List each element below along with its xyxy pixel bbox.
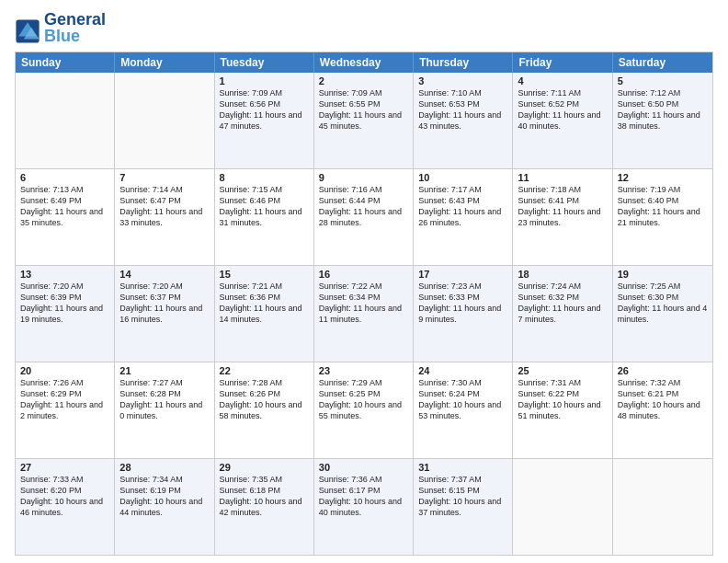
day-number: 6 [20, 172, 109, 183]
cell-content: Sunrise: 7:18 AM Sunset: 6:41 PM Dayligh… [518, 185, 600, 227]
cell-content: Sunrise: 7:24 AM Sunset: 6:32 PM Dayligh… [518, 282, 600, 324]
cell-content: Sunrise: 7:27 AM Sunset: 6:28 PM Dayligh… [119, 378, 202, 420]
day-number: 16 [319, 269, 408, 280]
cell-content: Sunrise: 7:31 AM Sunset: 6:22 PM Dayligh… [518, 378, 600, 420]
cell-content: Sunrise: 7:34 AM Sunset: 6:19 PM Dayligh… [119, 475, 202, 517]
cell-content: Sunrise: 7:22 AM Sunset: 6:34 PM Dayligh… [319, 282, 402, 324]
logo-icon [15, 18, 40, 44]
calendar-row: 6Sunrise: 7:13 AM Sunset: 6:49 PM Daylig… [16, 169, 712, 266]
day-number: 12 [618, 172, 708, 183]
calendar-cell: 18Sunrise: 7:24 AM Sunset: 6:32 PM Dayli… [513, 266, 612, 362]
calendar-cell: 29Sunrise: 7:35 AM Sunset: 6:18 PM Dayli… [215, 459, 314, 555]
cell-content: Sunrise: 7:11 AM Sunset: 6:52 PM Dayligh… [518, 88, 600, 131]
cell-content: Sunrise: 7:14 AM Sunset: 6:47 PM Dayligh… [119, 185, 202, 227]
calendar-header-cell: Sunday [16, 52, 115, 73]
cell-content: Sunrise: 7:37 AM Sunset: 6:15 PM Dayligh… [418, 475, 501, 517]
cell-content: Sunrise: 7:15 AM Sunset: 6:46 PM Dayligh… [220, 185, 302, 227]
cell-content: Sunrise: 7:35 AM Sunset: 6:18 PM Dayligh… [220, 475, 302, 517]
calendar-cell: 26Sunrise: 7:32 AM Sunset: 6:21 PM Dayli… [613, 362, 712, 458]
calendar-cell [613, 459, 712, 555]
day-number: 25 [518, 365, 607, 376]
day-number: 27 [20, 462, 109, 473]
calendar-cell: 28Sunrise: 7:34 AM Sunset: 6:19 PM Dayli… [115, 459, 214, 555]
calendar-cell: 20Sunrise: 7:26 AM Sunset: 6:29 PM Dayli… [16, 362, 115, 458]
day-number: 13 [20, 269, 109, 280]
cell-content: Sunrise: 7:28 AM Sunset: 6:26 PM Dayligh… [220, 378, 302, 420]
cell-content: Sunrise: 7:21 AM Sunset: 6:36 PM Dayligh… [220, 282, 302, 324]
day-number: 5 [618, 75, 708, 86]
calendar-header: SundayMondayTuesdayWednesdayThursdayFrid… [16, 52, 712, 73]
cell-content: Sunrise: 7:20 AM Sunset: 6:39 PM Dayligh… [20, 282, 103, 324]
day-number: 24 [418, 365, 507, 376]
day-number: 26 [618, 365, 708, 376]
calendar: SundayMondayTuesdayWednesdayThursdayFrid… [15, 52, 713, 556]
day-number: 7 [119, 172, 209, 183]
cell-content: Sunrise: 7:29 AM Sunset: 6:25 PM Dayligh… [319, 378, 402, 420]
calendar-cell: 23Sunrise: 7:29 AM Sunset: 6:25 PM Dayli… [314, 362, 414, 458]
day-number: 11 [518, 172, 607, 183]
calendar-cell: 19Sunrise: 7:25 AM Sunset: 6:30 PM Dayli… [613, 266, 712, 362]
calendar-cell: 14Sunrise: 7:20 AM Sunset: 6:37 PM Dayli… [115, 266, 214, 362]
cell-content: Sunrise: 7:36 AM Sunset: 6:17 PM Dayligh… [319, 475, 402, 517]
day-number: 21 [119, 365, 209, 376]
calendar-row: 27Sunrise: 7:33 AM Sunset: 6:20 PM Dayli… [16, 459, 712, 555]
calendar-cell: 11Sunrise: 7:18 AM Sunset: 6:41 PM Dayli… [513, 169, 612, 265]
calendar-cell: 27Sunrise: 7:33 AM Sunset: 6:20 PM Dayli… [16, 459, 115, 555]
cell-content: Sunrise: 7:26 AM Sunset: 6:29 PM Dayligh… [20, 378, 103, 420]
cell-content: Sunrise: 7:30 AM Sunset: 6:24 PM Dayligh… [418, 378, 501, 420]
day-number: 17 [418, 269, 507, 280]
cell-content: Sunrise: 7:23 AM Sunset: 6:33 PM Dayligh… [418, 282, 501, 324]
calendar-cell: 22Sunrise: 7:28 AM Sunset: 6:26 PM Dayli… [215, 362, 314, 458]
calendar-cell: 31Sunrise: 7:37 AM Sunset: 6:15 PM Dayli… [414, 459, 513, 555]
calendar-cell [115, 73, 214, 168]
day-number: 20 [20, 365, 109, 376]
calendar-cell: 4Sunrise: 7:11 AM Sunset: 6:52 PM Daylig… [513, 73, 612, 168]
cell-content: Sunrise: 7:25 AM Sunset: 6:30 PM Dayligh… [618, 282, 708, 324]
calendar-cell: 9Sunrise: 7:16 AM Sunset: 6:44 PM Daylig… [314, 169, 414, 265]
cell-content: Sunrise: 7:10 AM Sunset: 6:53 PM Dayligh… [418, 88, 501, 131]
calendar-cell: 30Sunrise: 7:36 AM Sunset: 6:17 PM Dayli… [314, 459, 414, 555]
calendar-header-cell: Saturday [613, 52, 712, 73]
day-number: 8 [220, 172, 309, 183]
cell-content: Sunrise: 7:09 AM Sunset: 6:55 PM Dayligh… [319, 88, 402, 131]
calendar-cell: 25Sunrise: 7:31 AM Sunset: 6:22 PM Dayli… [513, 362, 612, 458]
calendar-cell: 5Sunrise: 7:12 AM Sunset: 6:50 PM Daylig… [613, 73, 712, 168]
calendar-header-cell: Tuesday [215, 52, 314, 73]
calendar-row: 1Sunrise: 7:09 AM Sunset: 6:56 PM Daylig… [16, 73, 712, 169]
cell-content: Sunrise: 7:09 AM Sunset: 6:56 PM Dayligh… [220, 88, 302, 131]
calendar-cell: 17Sunrise: 7:23 AM Sunset: 6:33 PM Dayli… [414, 266, 513, 362]
calendar-cell [513, 459, 612, 555]
day-number: 10 [418, 172, 507, 183]
logo-text: GeneralBlue [44, 11, 106, 44]
calendar-header-cell: Thursday [414, 52, 513, 73]
day-number: 9 [319, 172, 408, 183]
day-number: 22 [220, 365, 309, 376]
calendar-row: 13Sunrise: 7:20 AM Sunset: 6:39 PM Dayli… [16, 266, 712, 362]
calendar-cell: 2Sunrise: 7:09 AM Sunset: 6:55 PM Daylig… [314, 73, 414, 168]
cell-content: Sunrise: 7:32 AM Sunset: 6:21 PM Dayligh… [618, 378, 700, 420]
day-number: 2 [319, 75, 408, 86]
calendar-cell: 10Sunrise: 7:17 AM Sunset: 6:43 PM Dayli… [414, 169, 513, 265]
calendar-cell: 24Sunrise: 7:30 AM Sunset: 6:24 PM Dayli… [414, 362, 513, 458]
header: GeneralBlue [15, 11, 713, 44]
page: GeneralBlue SundayMondayTuesdayWednesday… [0, 0, 728, 563]
day-number: 3 [418, 75, 507, 86]
calendar-cell: 12Sunrise: 7:19 AM Sunset: 6:40 PM Dayli… [613, 169, 712, 265]
cell-content: Sunrise: 7:13 AM Sunset: 6:49 PM Dayligh… [20, 185, 103, 227]
cell-content: Sunrise: 7:20 AM Sunset: 6:37 PM Dayligh… [119, 282, 202, 324]
cell-content: Sunrise: 7:19 AM Sunset: 6:40 PM Dayligh… [618, 185, 700, 227]
cell-content: Sunrise: 7:16 AM Sunset: 6:44 PM Dayligh… [319, 185, 402, 227]
day-number: 31 [418, 462, 507, 473]
calendar-cell: 8Sunrise: 7:15 AM Sunset: 6:46 PM Daylig… [215, 169, 314, 265]
calendar-header-cell: Wednesday [314, 52, 414, 73]
day-number: 29 [220, 462, 309, 473]
day-number: 19 [618, 269, 708, 280]
day-number: 18 [518, 269, 607, 280]
day-number: 30 [319, 462, 408, 473]
logo: GeneralBlue [15, 11, 106, 44]
calendar-header-cell: Friday [513, 52, 612, 73]
calendar-header-cell: Monday [115, 52, 214, 73]
cell-content: Sunrise: 7:12 AM Sunset: 6:50 PM Dayligh… [618, 88, 700, 131]
day-number: 28 [119, 462, 209, 473]
calendar-row: 20Sunrise: 7:26 AM Sunset: 6:29 PM Dayli… [16, 362, 712, 459]
